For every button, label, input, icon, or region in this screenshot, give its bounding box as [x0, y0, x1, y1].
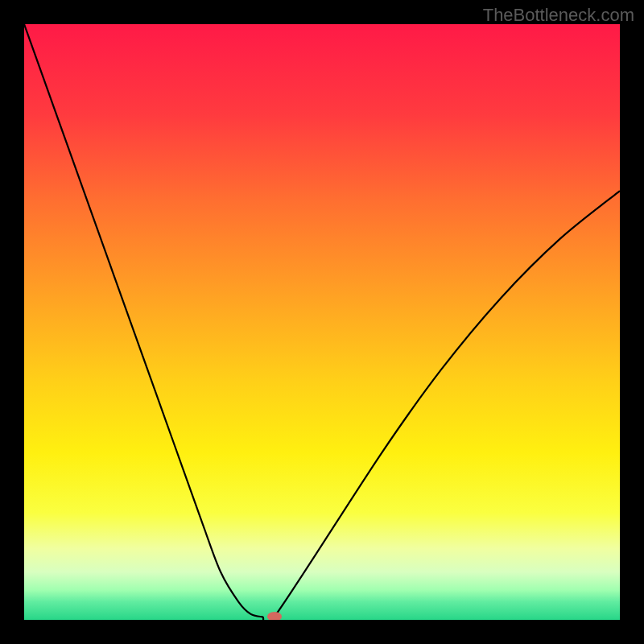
- optimal-marker: [267, 612, 282, 620]
- plot-area: [24, 24, 620, 620]
- bottleneck-curve: [24, 24, 620, 620]
- watermark-text: TheBottleneck.com: [483, 5, 634, 26]
